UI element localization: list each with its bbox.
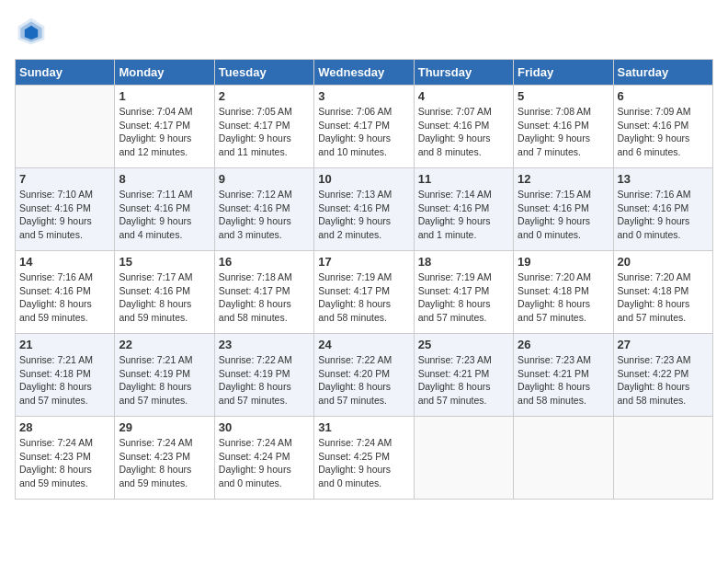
day-header: Monday [115, 60, 214, 86]
day-info: Sunrise: 7:10 AMSunset: 4:16 PMDaylight:… [19, 188, 110, 242]
calendar-week-row: 28Sunrise: 7:24 AMSunset: 4:23 PMDayligh… [16, 417, 713, 500]
day-info: Sunrise: 7:14 AMSunset: 4:16 PMDaylight:… [418, 188, 509, 242]
day-info: Sunrise: 7:12 AMSunset: 4:16 PMDaylight:… [219, 188, 310, 242]
day-info: Sunrise: 7:20 AMSunset: 4:18 PMDaylight:… [618, 270, 709, 325]
calendar-cell: 25Sunrise: 7:23 AMSunset: 4:21 PMDayligh… [414, 334, 513, 417]
day-number: 11 [418, 172, 509, 186]
day-number: 10 [318, 172, 409, 186]
calendar-cell: 27Sunrise: 7:23 AMSunset: 4:22 PMDayligh… [613, 334, 712, 417]
calendar-cell: 15Sunrise: 7:17 AMSunset: 4:16 PMDayligh… [115, 251, 214, 334]
calendar-cell: 31Sunrise: 7:24 AMSunset: 4:25 PMDayligh… [314, 417, 414, 500]
day-number: 21 [19, 338, 110, 351]
calendar-cell [16, 86, 115, 168]
day-info: Sunrise: 7:24 AMSunset: 4:24 PMDaylight:… [219, 436, 310, 490]
calendar-cell: 23Sunrise: 7:22 AMSunset: 4:19 PMDayligh… [214, 334, 313, 417]
day-header: Saturday [613, 60, 712, 86]
calendar-header-row: SundayMondayTuesdayWednesdayThursdayFrid… [16, 60, 713, 86]
calendar-cell: 13Sunrise: 7:16 AMSunset: 4:16 PMDayligh… [613, 168, 712, 251]
day-info: Sunrise: 7:05 AMSunset: 4:17 PMDaylight:… [219, 105, 310, 159]
calendar-cell [514, 417, 613, 500]
calendar-cell: 4Sunrise: 7:07 AMSunset: 4:16 PMDaylight… [414, 86, 513, 168]
day-info: Sunrise: 7:09 AMSunset: 4:16 PMDaylight:… [618, 105, 709, 159]
day-info: Sunrise: 7:20 AMSunset: 4:18 PMDaylight:… [518, 270, 609, 325]
calendar-cell: 9Sunrise: 7:12 AMSunset: 4:16 PMDaylight… [214, 168, 313, 251]
calendar-cell: 14Sunrise: 7:16 AMSunset: 4:16 PMDayligh… [16, 251, 115, 334]
calendar-cell: 17Sunrise: 7:19 AMSunset: 4:17 PMDayligh… [314, 251, 414, 334]
day-number: 12 [518, 172, 609, 186]
calendar-cell: 30Sunrise: 7:24 AMSunset: 4:24 PMDayligh… [214, 417, 313, 500]
day-info: Sunrise: 7:06 AMSunset: 4:17 PMDaylight:… [318, 105, 409, 159]
calendar-cell [414, 417, 513, 500]
day-number: 9 [219, 172, 310, 186]
calendar-cell: 22Sunrise: 7:21 AMSunset: 4:19 PMDayligh… [115, 334, 214, 417]
calendar-cell: 2Sunrise: 7:05 AMSunset: 4:17 PMDaylight… [214, 86, 313, 168]
day-info: Sunrise: 7:08 AMSunset: 4:16 PMDaylight:… [518, 105, 609, 159]
calendar-cell: 21Sunrise: 7:21 AMSunset: 4:18 PMDayligh… [16, 334, 115, 417]
logo-icon [15, 15, 48, 48]
day-info: Sunrise: 7:07 AMSunset: 4:16 PMDaylight:… [418, 105, 509, 159]
calendar-cell: 18Sunrise: 7:19 AMSunset: 4:17 PMDayligh… [414, 251, 513, 334]
day-info: Sunrise: 7:21 AMSunset: 4:19 PMDaylight:… [119, 353, 210, 408]
day-number: 27 [618, 338, 709, 351]
day-number: 28 [19, 420, 110, 434]
day-info: Sunrise: 7:11 AMSunset: 4:16 PMDaylight:… [119, 188, 210, 242]
day-info: Sunrise: 7:19 AMSunset: 4:17 PMDaylight:… [318, 270, 409, 325]
day-header: Thursday [414, 60, 513, 86]
calendar-cell: 5Sunrise: 7:08 AMSunset: 4:16 PMDaylight… [514, 86, 613, 168]
day-info: Sunrise: 7:23 AMSunset: 4:22 PMDaylight:… [618, 353, 709, 408]
calendar-cell: 28Sunrise: 7:24 AMSunset: 4:23 PMDayligh… [16, 417, 115, 500]
day-info: Sunrise: 7:17 AMSunset: 4:16 PMDaylight:… [119, 270, 210, 325]
calendar-cell: 19Sunrise: 7:20 AMSunset: 4:18 PMDayligh… [514, 251, 613, 334]
calendar-cell: 8Sunrise: 7:11 AMSunset: 4:16 PMDaylight… [115, 168, 214, 251]
calendar-cell: 6Sunrise: 7:09 AMSunset: 4:16 PMDaylight… [613, 86, 712, 168]
calendar-week-row: 14Sunrise: 7:16 AMSunset: 4:16 PMDayligh… [16, 251, 713, 334]
day-info: Sunrise: 7:16 AMSunset: 4:16 PMDaylight:… [618, 188, 709, 242]
day-number: 6 [618, 89, 709, 103]
day-header: Wednesday [314, 60, 414, 86]
day-number: 16 [219, 255, 310, 269]
day-number: 3 [318, 89, 409, 103]
day-header: Tuesday [214, 60, 313, 86]
day-number: 15 [119, 255, 210, 269]
calendar-cell: 26Sunrise: 7:23 AMSunset: 4:21 PMDayligh… [514, 334, 613, 417]
day-info: Sunrise: 7:19 AMSunset: 4:17 PMDaylight:… [418, 270, 509, 325]
calendar-cell [613, 417, 712, 500]
day-header: Sunday [16, 60, 115, 86]
calendar-table: SundayMondayTuesdayWednesdayThursdayFrid… [15, 59, 713, 500]
day-info: Sunrise: 7:21 AMSunset: 4:18 PMDaylight:… [19, 353, 110, 408]
day-number: 30 [219, 420, 310, 434]
day-number: 5 [518, 89, 609, 103]
page-header [15, 15, 713, 48]
day-number: 14 [19, 255, 110, 269]
calendar-week-row: 1Sunrise: 7:04 AMSunset: 4:17 PMDaylight… [16, 86, 713, 168]
day-number: 1 [119, 89, 210, 103]
day-info: Sunrise: 7:13 AMSunset: 4:16 PMDaylight:… [318, 188, 409, 242]
day-info: Sunrise: 7:16 AMSunset: 4:16 PMDaylight:… [19, 270, 110, 325]
calendar-week-row: 7Sunrise: 7:10 AMSunset: 4:16 PMDaylight… [16, 168, 713, 251]
day-info: Sunrise: 7:22 AMSunset: 4:19 PMDaylight:… [219, 353, 310, 408]
day-number: 22 [119, 338, 210, 351]
calendar-cell: 12Sunrise: 7:15 AMSunset: 4:16 PMDayligh… [514, 168, 613, 251]
calendar-cell: 11Sunrise: 7:14 AMSunset: 4:16 PMDayligh… [414, 168, 513, 251]
day-number: 13 [618, 172, 709, 186]
day-number: 18 [418, 255, 509, 269]
calendar-cell: 3Sunrise: 7:06 AMSunset: 4:17 PMDaylight… [314, 86, 414, 168]
day-number: 19 [518, 255, 609, 269]
calendar-cell: 7Sunrise: 7:10 AMSunset: 4:16 PMDaylight… [16, 168, 115, 251]
day-header: Friday [514, 60, 613, 86]
calendar-week-row: 21Sunrise: 7:21 AMSunset: 4:18 PMDayligh… [16, 334, 713, 417]
day-number: 2 [219, 89, 310, 103]
day-number: 20 [618, 255, 709, 269]
calendar-cell: 20Sunrise: 7:20 AMSunset: 4:18 PMDayligh… [613, 251, 712, 334]
day-number: 29 [119, 420, 210, 434]
calendar-cell: 1Sunrise: 7:04 AMSunset: 4:17 PMDaylight… [115, 86, 214, 168]
calendar-cell: 10Sunrise: 7:13 AMSunset: 4:16 PMDayligh… [314, 168, 414, 251]
day-number: 8 [119, 172, 210, 186]
day-number: 17 [318, 255, 409, 269]
day-info: Sunrise: 7:04 AMSunset: 4:17 PMDaylight:… [119, 105, 210, 159]
day-number: 4 [418, 89, 509, 103]
day-number: 31 [318, 420, 409, 434]
logo [15, 15, 51, 48]
day-info: Sunrise: 7:23 AMSunset: 4:21 PMDaylight:… [418, 353, 509, 408]
day-info: Sunrise: 7:24 AMSunset: 4:25 PMDaylight:… [318, 436, 409, 490]
